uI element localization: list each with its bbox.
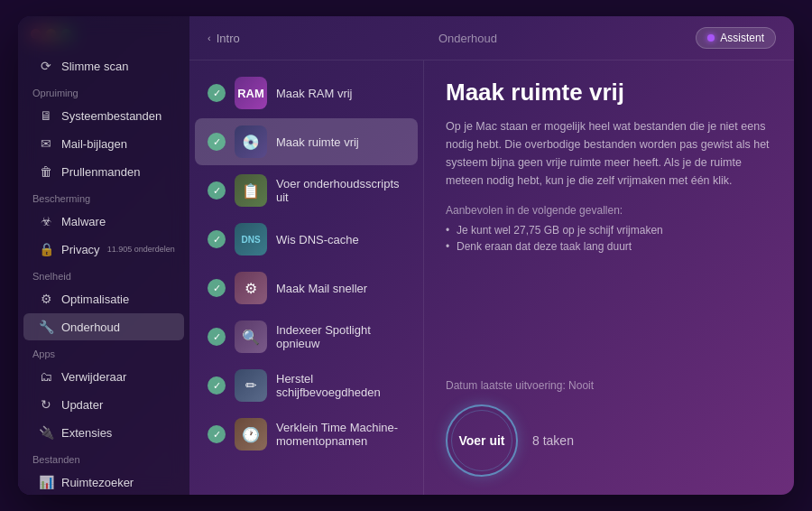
- task-check-icon: ✓: [208, 230, 226, 248]
- task-check-icon: ✓: [208, 181, 226, 200]
- page-title-top: Onderhoud: [438, 32, 497, 45]
- task-icon-dns: DNS: [235, 223, 267, 256]
- malware-icon: ☣: [38, 213, 54, 229]
- sidebar-item-label: Mail-bijlagen: [61, 137, 170, 151]
- sidebar-item-slimme-scan[interactable]: ⟳ Slimme scan: [23, 52, 184, 79]
- task-label: Indexeer Spotlight opnieuw: [276, 323, 405, 350]
- last-run-text: Datum laatste uitvoering: Nooit: [446, 379, 772, 392]
- detail-recommended: Aanbevolen in de volgende gevallen: Je k…: [446, 204, 772, 256]
- task-label: Verklein Time Machine-momentopnamen: [276, 421, 405, 448]
- sidebar-item-privacy[interactable]: 🔒 Privacy 11.905 onderdelen: [23, 236, 184, 263]
- sidebar-item-onderhoud[interactable]: 🔧 Onderhoud: [23, 313, 184, 340]
- content-body: ✓ RAM Maak RAM vrij ✓ 💿 Maak ruimte vrij: [189, 60, 794, 495]
- task-check-icon: ✓: [208, 328, 226, 346]
- sidebar-item-malware[interactable]: ☣ Malware: [23, 208, 184, 235]
- task-check-icon: ✓: [208, 84, 226, 102]
- task-icon-ram: RAM: [235, 77, 267, 109]
- task-item-onderhoud[interactable]: ✓ 📋 Voer onderhoudsscripts uit: [195, 167, 418, 214]
- bullet-1: Je kunt wel 27,75 GB op je schijf vrijma…: [446, 224, 772, 237]
- task-item-dns[interactable]: ✓ DNS Wis DNS-cache: [195, 216, 418, 263]
- section-label-apps: Apps: [18, 341, 189, 362]
- sidebar-item-label: Malware: [61, 215, 170, 228]
- breadcrumb-arrow-icon: ‹: [208, 33, 211, 43]
- uninstall-icon: 🗂: [38, 368, 54, 385]
- sidebar-item-label: Extensies: [61, 426, 170, 440]
- extensions-icon: 🔌: [38, 424, 54, 441]
- task-icon-herstel: ✏: [235, 369, 267, 402]
- section-label-bescherming: Bescherming: [18, 186, 189, 207]
- sidebar-item-label: Systeembestanden: [61, 109, 170, 123]
- maintenance-icon: 🔧: [38, 319, 54, 335]
- sidebar-item-label: Ruimtezoeker: [61, 476, 170, 489]
- privacy-icon: 🔒: [38, 241, 54, 257]
- sidebar-item-verwijderaar[interactable]: 🗂 Verwijderaar: [23, 363, 184, 390]
- sidebar-item-mail-bijlagen[interactable]: ✉ Mail-bijlagen: [23, 130, 184, 157]
- ram-icon: RAM: [237, 87, 264, 100]
- assistant-label: Assistent: [720, 32, 764, 44]
- sidebar-item-label: Onderhoud: [61, 321, 170, 334]
- task-check-icon: ✓: [208, 133, 226, 151]
- breadcrumb: ‹ Intro: [208, 32, 240, 45]
- disk-icon: 💿: [242, 134, 260, 151]
- sidebar-item-ruimtezoeker[interactable]: 📊 Ruimtezoeker: [23, 469, 184, 495]
- sidebar-item-updater[interactable]: ↻ Updater: [23, 391, 184, 418]
- sidebar-item-extensies[interactable]: 🔌 Extensies: [23, 419, 184, 446]
- system-icon: 🖥: [38, 107, 54, 124]
- repair-icon: ✏: [245, 377, 257, 394]
- task-icon-spotlight: 🔍: [235, 321, 267, 353]
- tasks-panel: ✓ RAM Maak RAM vrij ✓ 💿 Maak ruimte vrij: [189, 60, 424, 495]
- sidebar: ⟳ Slimme scan Opruiming 🖥 Systeembestand…: [18, 16, 189, 495]
- task-icon-ruimte: 💿: [235, 125, 267, 158]
- main-content: ‹ Intro Onderhoud Assistent ✓ RAM Maak R…: [189, 16, 794, 495]
- search-icon: 🔍: [242, 329, 260, 346]
- section-label-bestanden: Bestanden: [18, 447, 189, 468]
- task-check-icon: ✓: [208, 425, 226, 443]
- detail-panel: Maak ruimte vrij Op je Mac staan er moge…: [424, 60, 794, 495]
- sidebar-item-label: Optimalisatie: [61, 293, 170, 306]
- update-icon: ↻: [38, 396, 54, 413]
- sidebar-item-label: Slimme scan: [61, 60, 170, 73]
- task-label: Wis DNS-cache: [276, 233, 359, 246]
- section-label-opruiming: Opruiming: [18, 80, 189, 101]
- privacy-badge: 11.905 onderdelen: [107, 245, 175, 254]
- space-icon: 📊: [38, 474, 54, 490]
- run-button[interactable]: Voer uit: [446, 404, 518, 477]
- section-label-snelheid: Snelheid: [18, 264, 189, 284]
- task-item-mail[interactable]: ✓ ⚙ Maak Mail sneller: [195, 265, 418, 311]
- mail-icon: ✉: [38, 135, 54, 152]
- task-label: Maak ruimte vrij: [276, 135, 359, 149]
- task-item-spotlight[interactable]: ✓ 🔍 Indexeer Spotlight opnieuw: [195, 313, 418, 360]
- task-icon-time-machine: 🕐: [235, 418, 267, 451]
- bullet-2: Denk eraan dat deze taak lang duurt: [446, 240, 772, 253]
- detail-footer: Datum laatste uitvoering: Nooit Voer uit…: [446, 365, 772, 477]
- detail-description: Op je Mac staan er mogelijk heel wat bes…: [446, 117, 772, 190]
- task-check-icon: ✓: [208, 376, 226, 395]
- sidebar-item-prullenmanden[interactable]: 🗑 Prullenmanden: [23, 158, 184, 185]
- task-item-time-machine[interactable]: ✓ 🕐 Verklein Time Machine-momentopnamen: [195, 411, 418, 458]
- task-item-ruimte[interactable]: ✓ 💿 Maak ruimte vrij: [195, 118, 418, 165]
- recommended-title: Aanbevolen in de volgende gevallen:: [446, 204, 772, 217]
- trash-icon: 🗑: [38, 163, 54, 180]
- task-label: Voer onderhoudsscripts uit: [276, 177, 405, 204]
- action-row: Voer uit 8 taken: [446, 404, 772, 477]
- assistant-button[interactable]: Assistent: [696, 27, 776, 49]
- tasks-count: 8 taken: [532, 433, 574, 448]
- task-icon-mail: ⚙: [235, 272, 267, 304]
- detail-title: Maak ruimte vrij: [446, 79, 772, 107]
- clock-icon: 🕐: [242, 426, 260, 443]
- sidebar-item-label: Updater: [61, 398, 170, 412]
- sidebar-item-systeembestanden[interactable]: 🖥 Systeembestanden: [23, 102, 184, 129]
- breadcrumb-back-label[interactable]: Intro: [217, 32, 240, 45]
- mail-speed-icon: ⚙: [245, 280, 257, 297]
- sidebar-item-optimalisatie[interactable]: ⚙ Optimalisatie: [23, 285, 184, 312]
- task-item-herstel[interactable]: ✓ ✏ Herstel schijfbevoegdheden: [195, 362, 418, 409]
- optimize-icon: ⚙: [38, 291, 54, 307]
- assistant-dot-icon: [707, 34, 715, 42]
- topbar: ‹ Intro Onderhoud Assistent: [189, 16, 794, 60]
- task-item-ram[interactable]: ✓ RAM Maak RAM vrij: [195, 70, 418, 116]
- scan-icon: ⟳: [38, 58, 54, 74]
- app-window: ⟳ Slimme scan Opruiming 🖥 Systeembestand…: [18, 16, 794, 495]
- sidebar-item-label: Verwijderaar: [61, 370, 170, 384]
- sidebar-item-label: Prullenmanden: [61, 165, 170, 179]
- dns-text-icon: DNS: [241, 235, 260, 245]
